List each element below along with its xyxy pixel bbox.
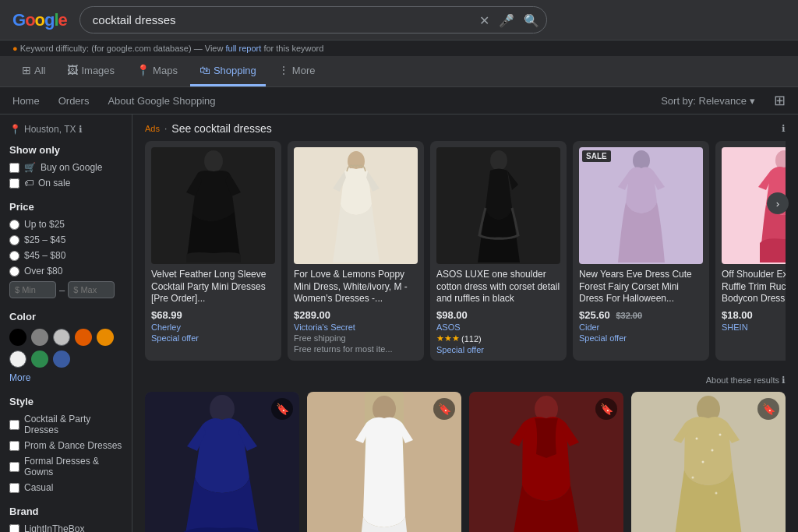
tab-images-label: Images — [81, 65, 115, 76]
product-card-white-column-img: 🔖 — [307, 392, 461, 532]
search-bar-wrap: ✕ 🎤 🔍 — [79, 6, 547, 33]
ad-card-cider[interactable]: SALE New Years Eve Dress Cute Forest Fai… — [573, 141, 709, 361]
style-prom[interactable]: Prom & Dance Dresses — [9, 440, 122, 451]
ads-info-icon[interactable]: ℹ — [782, 123, 786, 134]
style-cocktail-label: Cocktail & Party Dresses — [24, 414, 122, 435]
style-casual-checkbox[interactable] — [9, 483, 19, 493]
ad-card-shein-store: SHEIN — [722, 322, 786, 332]
color-swatches — [9, 329, 122, 368]
grid-view-icon[interactable]: ⊞ — [774, 92, 786, 109]
style-casual[interactable]: Casual — [9, 482, 122, 493]
price-title: Price — [9, 201, 122, 213]
shopping-icon: 🛍 — [200, 64, 210, 76]
style-prom-checkbox[interactable] — [9, 441, 19, 451]
clear-search-button[interactable]: ✕ — [478, 11, 491, 29]
price-min-input[interactable] — [9, 281, 56, 298]
product-card-lulus-navy-bookmark[interactable]: 🔖 — [271, 398, 293, 420]
color-white-swatch[interactable] — [9, 351, 26, 368]
search-input[interactable] — [79, 6, 547, 33]
on-sale-label: On sale — [38, 178, 70, 188]
sort-chevron-icon: ▾ — [750, 95, 755, 107]
ad-card-velvet-price: $68.99 — [151, 309, 275, 321]
color-black-swatch[interactable] — [9, 329, 26, 346]
carousel-next-button[interactable]: › — [767, 192, 789, 214]
ad-card-poppy-returns: Free returns for most ite... — [294, 344, 418, 354]
ad-card-shein[interactable]: Off Shoulder Exaggerated Ruffle Trim Ruc… — [715, 141, 786, 361]
home-link[interactable]: Home — [12, 95, 40, 107]
price-max-input[interactable] — [68, 281, 115, 298]
buy-on-google-label: Buy on Google — [41, 162, 102, 173]
about-link[interactable]: About Google Shopping — [108, 95, 215, 107]
ad-card-velvet-special[interactable]: Special offer — [151, 333, 275, 343]
style-cocktail[interactable]: Cocktail & Party Dresses — [9, 414, 122, 435]
product-card-burgundy-wrap[interactable]: 🔖 Lulus | Spectacular Feeling Burgundy E… — [469, 392, 623, 532]
product-card-gold-sequin-img: 🔖 — [631, 392, 786, 532]
tab-maps[interactable]: 📍 Maps — [127, 56, 187, 86]
price-up25[interactable]: Up to $25 — [9, 219, 122, 230]
ad-card-poppy-title: For Love & Lemons Poppy Mini Dress, Whit… — [294, 269, 418, 306]
brand-lightinthebox[interactable]: LightInTheBox — [9, 523, 122, 532]
price-over80-label: Over $80 — [24, 266, 62, 277]
price-45to80[interactable]: $45 – $80 — [9, 250, 122, 261]
tab-images[interactable]: 🖼 Images — [58, 56, 124, 86]
price-25to45[interactable]: $25 – $45 — [9, 234, 122, 245]
google-logo: Google — [12, 10, 67, 30]
style-cocktail-checkbox[interactable] — [9, 420, 19, 430]
tab-more[interactable]: ⋮ More — [269, 56, 325, 86]
tab-shopping[interactable]: 🛍 Shopping — [190, 56, 266, 86]
tab-all[interactable]: ⊞ All — [12, 56, 55, 86]
brand-lightinthebox-checkbox[interactable] — [9, 524, 19, 533]
buy-on-google-filter[interactable]: 🛒 Buy on Google — [9, 162, 122, 173]
price-range: – — [9, 281, 122, 298]
style-prom-label: Prom & Dance Dresses — [24, 440, 122, 451]
color-blue-swatch[interactable] — [53, 351, 70, 368]
product-card-burgundy-wrap-bookmark[interactable]: 🔖 — [595, 398, 617, 420]
tab-shopping-label: Shopping — [214, 65, 256, 76]
price-45to80-radio[interactable] — [9, 251, 19, 261]
rating-count: (112) — [461, 334, 482, 344]
style-formal[interactable]: Formal Dresses & Gowns — [9, 456, 122, 477]
product-card-gold-sequin-bookmark[interactable]: 🔖 — [757, 398, 779, 420]
product-card-white-column-bookmark[interactable]: 🔖 — [433, 398, 455, 420]
price-over80[interactable]: Over $80 — [9, 266, 122, 277]
ad-card-asos-special[interactable]: Special offer — [436, 345, 560, 354]
color-orange-swatch[interactable] — [75, 329, 92, 346]
ad-card-asos[interactable]: ASOS LUXE one shoulder cotton dress with… — [430, 141, 567, 361]
ad-cards: Velvet Feather Long Sleeve Cocktail Part… — [145, 141, 786, 361]
svg-point-15 — [715, 492, 718, 495]
sidebar-location: 📍 Houston, TX ℹ — [9, 124, 122, 135]
price-over80-radio[interactable] — [9, 266, 19, 277]
ad-card-poppy[interactable]: For Love & Lemons Poppy Mini Dress, Whit… — [288, 141, 424, 361]
on-sale-filter[interactable]: 🏷 On sale — [9, 178, 122, 188]
color-green-swatch[interactable] — [31, 351, 48, 368]
on-sale-checkbox[interactable] — [9, 178, 19, 188]
color-silver-swatch[interactable] — [53, 329, 70, 346]
full-report-link[interactable]: full report — [225, 44, 261, 53]
voice-search-button[interactable]: 🎤 — [497, 11, 516, 29]
product-card-gold-sequin[interactable]: 🔖 Lightinthebox Cocktail Dresses Party D… — [631, 392, 786, 532]
orders-link[interactable]: Orders — [58, 95, 90, 107]
product-card-white-column[interactable]: 🔖 Lightinthebox Sheath Column Elegant Bo… — [307, 392, 461, 532]
search-button[interactable]: 🔍 — [522, 11, 541, 29]
results-area: Ads · See cocktail dresses ℹ — [132, 115, 798, 532]
sort-by-dropdown[interactable]: Sort by: Relevance ▾ — [661, 95, 755, 107]
product-card-lulus-navy[interactable]: 🔖 Lulus | How Much I Care Midnight Blue … — [145, 392, 299, 532]
buy-on-google-icon: 🛒 — [24, 162, 36, 173]
style-formal-checkbox[interactable] — [9, 462, 19, 472]
price-25to45-radio[interactable] — [9, 235, 19, 245]
brand-lightinthebox-label: LightInTheBox — [24, 523, 84, 532]
keyword-hint-suffix: for this keyword — [263, 44, 323, 53]
ad-card-cider-special[interactable]: Special offer — [579, 333, 703, 343]
color-gray-swatch[interactable] — [31, 329, 48, 346]
header: Google ✕ 🎤 🔍 — [0, 0, 798, 41]
color-more-button[interactable]: More — [9, 372, 122, 383]
location-pin-icon: 📍 — [9, 124, 21, 135]
about-results[interactable]: About these results ℹ — [145, 375, 786, 386]
price-up25-radio[interactable] — [9, 220, 19, 230]
location-info-icon[interactable]: ℹ — [79, 124, 83, 135]
color-amber-swatch[interactable] — [97, 329, 114, 346]
show-only-section: Show only 🛒 Buy on Google 🏷 On sale — [9, 144, 122, 188]
ads-section: Ads · See cocktail dresses ℹ — [132, 115, 798, 368]
ad-card-velvet[interactable]: Velvet Feather Long Sleeve Cocktail Part… — [145, 141, 281, 361]
buy-on-google-checkbox[interactable] — [9, 163, 19, 173]
